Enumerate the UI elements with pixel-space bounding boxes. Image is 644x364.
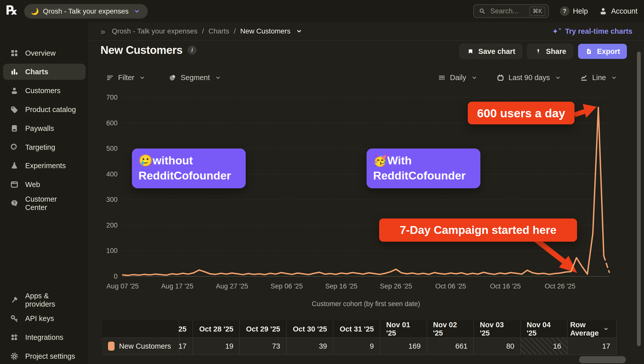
sidebar-item-label: Targeting [25, 143, 55, 152]
paywall-icon [10, 124, 19, 133]
sidebar-item-apps-providers[interactable]: Apps & providers [3, 292, 86, 308]
breadcrumb-item[interactable]: Charts [208, 27, 229, 35]
page-title: New Customers [100, 44, 183, 56]
collapse-sidebar-icon[interactable]: » [100, 26, 105, 36]
flask-icon [10, 161, 19, 170]
sidebar-item-label: Customers [25, 87, 60, 95]
sidebar-item-integrations[interactable]: Integrations [3, 329, 86, 345]
share-button[interactable]: Share [527, 44, 573, 59]
cohort-table: 25Oct 28 '25Oct 29 '25Oct 30 '25Oct 31 '… [102, 320, 617, 355]
table-header-series [102, 320, 179, 338]
chart-x-axis-caption: Customer cohort (by first seen date) [123, 300, 609, 308]
app-logo[interactable]: ℞ [6, 3, 17, 18]
chart-type-label: Line [592, 74, 606, 82]
table-header-date: Nov 02 '25 [427, 320, 474, 338]
breadcrumb-item[interactable]: Qrosh - Talk your expenses [112, 27, 197, 35]
try-realtime-charts-link[interactable]: ✦✦ Try real-time charts [552, 27, 632, 36]
crying-smile-emoji: 🥲 [138, 154, 153, 167]
filter-label: Filter [118, 74, 134, 82]
chart-type-dropdown[interactable]: Line [580, 74, 618, 82]
bar-chart-icon [10, 67, 19, 76]
date-range-label: Last 90 days [509, 74, 550, 82]
sidebar-item-customer-center[interactable]: ?Customer Center [3, 195, 86, 211]
account-button[interactable]: Account [599, 7, 637, 15]
table-header-date: Oct 28 '25 [193, 320, 239, 338]
vertical-scrollbar[interactable] [637, 52, 641, 346]
tag-icon [10, 105, 19, 114]
export-label: Export [597, 47, 620, 56]
sidebar-item-paywalls[interactable]: Paywalls [3, 120, 86, 136]
table-value-cell: 9 [333, 338, 380, 355]
horizontal-scrollbar[interactable] [579, 356, 626, 363]
sidebar-item-label: Product catalog [25, 105, 76, 114]
sidebar-item-charts[interactable]: Charts [3, 64, 86, 80]
sidebar-item-label: Project settings [25, 352, 75, 360]
segment-dropdown[interactable]: Segment [168, 74, 222, 82]
chevron-down-icon [470, 75, 479, 81]
sidebar-item-label: Charts [25, 68, 48, 76]
search-shortcut-badge: ⌘K [529, 7, 545, 16]
annotation-with-redditcofounder: 🥳With RedditCofounder [367, 149, 480, 188]
help-button[interactable]: ? Help [560, 6, 588, 16]
search-input[interactable]: Search... ⌘K [473, 4, 549, 18]
table-value-cell: 17 [567, 338, 617, 355]
breadcrumb-separator: / [202, 27, 204, 35]
table-value-cell: 17 [179, 338, 193, 355]
granularity-label: Daily [450, 74, 466, 82]
sidebar-item-label: API keys [25, 314, 54, 323]
save-chart-label: Save chart [478, 47, 515, 56]
chat-question-icon: ? [10, 199, 19, 208]
table-header-date: Nov 04 '25 [520, 320, 567, 338]
share-icon [534, 48, 543, 55]
sidebar-item-overview[interactable]: Overview [3, 45, 86, 61]
sidebar-item-label: Integrations [25, 333, 63, 342]
calendar-icon [496, 74, 505, 82]
table-header-date: Oct 30 '25 [286, 320, 333, 338]
export-button[interactable]: Export [578, 44, 627, 59]
line-chart-icon [580, 74, 588, 82]
person-icon [10, 86, 19, 95]
sidebar-item-targeting[interactable]: Targeting [3, 139, 86, 155]
project-selector[interactable]: 🌙 Qrosh - Talk your expenses [24, 4, 148, 19]
sidebar-item-web[interactable]: Web [3, 176, 86, 193]
granularity-dropdown[interactable]: Daily [438, 74, 478, 82]
chevron-down-icon [133, 8, 141, 14]
project-icon: 🌙 [31, 8, 39, 15]
account-label: Account [611, 7, 637, 15]
table-row-label: New Customers [102, 338, 179, 355]
sidebar-item-project-settings[interactable]: Project settings [3, 348, 86, 364]
sidebar-item-api-keys[interactable]: API keys [3, 310, 86, 326]
chevron-down-icon [610, 75, 618, 81]
series-name: New Customers [119, 342, 171, 350]
sidebar-item-product-catalog[interactable]: Product catalog [3, 101, 86, 118]
bookmark-icon [466, 48, 475, 55]
help-label: Help [573, 7, 588, 15]
series-color-swatch [108, 342, 115, 351]
project-name: Qrosh - Talk your expenses [43, 7, 128, 15]
table-value-cell: 73 [239, 338, 286, 355]
revenuecat-dashboard: ℞ 🌙 Qrosh - Talk your expenses Search...… [0, 0, 644, 364]
breadcrumb-separator: / [234, 27, 236, 35]
save-chart-button[interactable]: Save chart [459, 44, 522, 59]
sidebar-item-label: Web [25, 180, 40, 189]
gear-icon [10, 352, 19, 360]
table-header-row-average[interactable]: Row Average [567, 320, 617, 338]
sidebar-item-customers[interactable]: Customers [3, 83, 86, 99]
sidebar-item-label: Paywalls [25, 124, 54, 133]
annotation-campaign-started: 7-Day Campaign started here [379, 219, 577, 242]
annotation-600-users: 600 users a day [468, 102, 575, 124]
sidebar-item-label: Customer Center [25, 195, 79, 212]
filter-dropdown[interactable]: Filter [106, 74, 147, 82]
table-value-cell: 661 [427, 338, 474, 355]
breadcrumb: » Qrosh - Talk your expenses/Charts/New … [100, 26, 303, 36]
table-header-date: Nov 01 '25 [380, 320, 427, 338]
sidebar-nav: OverviewChartsCustomersProduct catalogPa… [0, 22, 89, 364]
info-icon[interactable]: i [188, 46, 197, 55]
key-icon [10, 314, 19, 323]
chevron-down-icon[interactable] [295, 28, 303, 34]
sidebar-item-experiments[interactable]: Experiments [3, 158, 86, 174]
person-icon [599, 7, 607, 15]
breadcrumb-item[interactable]: New Customers [240, 27, 290, 35]
date-range-dropdown[interactable]: Last 90 days [496, 74, 562, 82]
chevron-down-icon [138, 75, 147, 81]
